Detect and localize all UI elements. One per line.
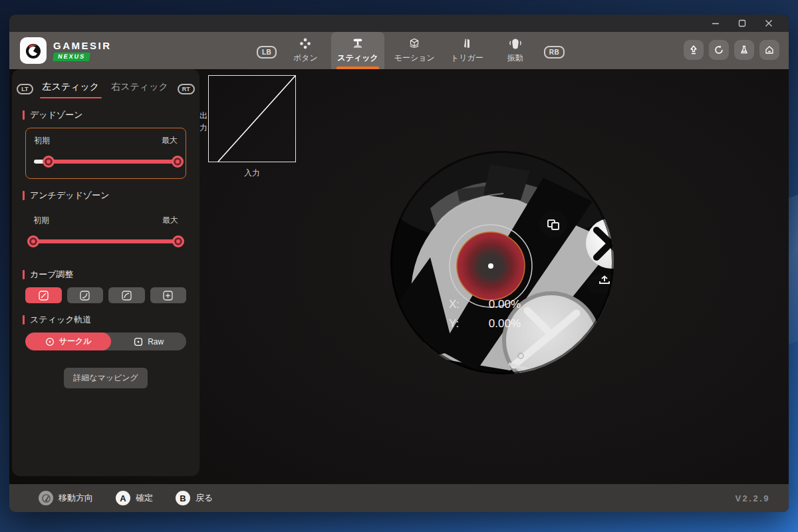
minimize-button[interactable] bbox=[702, 15, 729, 32]
raw-mode-icon bbox=[134, 337, 143, 346]
graph-y-axis-label: 出力 bbox=[199, 110, 208, 134]
trigger-icon bbox=[459, 37, 475, 50]
stick-settings-panel: LT 左スティック 右スティック RT デッドゾーン 初期 最大 bbox=[12, 69, 200, 476]
y-axis-value: 0.00% bbox=[489, 317, 521, 331]
gamesir-logo-icon bbox=[20, 37, 47, 64]
tab-stick-label: スティック bbox=[337, 53, 378, 64]
buttons-icon bbox=[297, 37, 313, 50]
tab-motion[interactable]: モーション bbox=[388, 32, 441, 69]
rb-bumper-badge: RB bbox=[544, 46, 565, 59]
section-marker bbox=[23, 110, 25, 120]
anti-deadzone-min-handle[interactable] bbox=[27, 235, 39, 247]
section-marker bbox=[23, 315, 25, 325]
anti-deadzone-slider[interactable] bbox=[33, 235, 178, 247]
hint-move-direction: 移動方向 bbox=[39, 491, 93, 505]
stick-visualization bbox=[390, 151, 614, 374]
tab-vibration[interactable]: 振動 bbox=[493, 32, 537, 69]
tab-trigger[interactable]: トリガー bbox=[445, 32, 489, 69]
anti-deadzone-section-title: アンチデッドゾーン bbox=[23, 190, 189, 201]
brand-name: GAMESIR bbox=[53, 40, 112, 51]
b-button-icon: B bbox=[176, 491, 190, 505]
curve-ease-out-button[interactable] bbox=[108, 287, 145, 303]
stick-icon bbox=[350, 37, 366, 50]
x-axis-label: X: bbox=[449, 298, 460, 311]
y-axis-readout: Y: 0.00% bbox=[449, 317, 521, 331]
brand-sub-badge: NEXUS bbox=[53, 53, 90, 61]
trajectory-section-title: スティック軌道 bbox=[23, 314, 189, 326]
curve-section-title: カーブ調整 bbox=[23, 269, 189, 281]
x-axis-readout: X: 0.00% bbox=[449, 298, 521, 311]
close-button[interactable] bbox=[755, 15, 782, 32]
stick-position-readout: X: 0.00% Y: 0.00% bbox=[449, 298, 521, 336]
stick-hint-icon bbox=[39, 491, 53, 505]
brand: GAMESIR NEXUS bbox=[9, 32, 189, 69]
motion-icon bbox=[406, 37, 422, 50]
anti-deadzone-max-label: 最大 bbox=[162, 215, 178, 226]
hint-confirm: A 確定 bbox=[116, 491, 153, 505]
trajectory-raw-option[interactable]: Raw bbox=[111, 332, 186, 350]
firmware-update-button[interactable] bbox=[684, 40, 704, 60]
main-content: LT 左スティック 右スティック RT デッドゾーン 初期 最大 bbox=[9, 69, 789, 484]
anti-deadzone-max-handle[interactable] bbox=[172, 235, 184, 247]
tab-right-stick[interactable]: 右スティック bbox=[108, 80, 171, 98]
deadzone-max-label: 最大 bbox=[162, 135, 178, 146]
tab-buttons[interactable]: ボタン bbox=[283, 32, 327, 69]
curve-linear-button[interactable] bbox=[25, 287, 62, 303]
section-marker bbox=[23, 191, 25, 200]
trajectory-toggle: サークル Raw bbox=[25, 332, 186, 350]
tab-vibration-label: 振動 bbox=[507, 53, 523, 64]
ease-in-curve-icon bbox=[80, 291, 90, 301]
tab-stick[interactable]: スティック bbox=[331, 32, 384, 69]
controller-zoom-view bbox=[390, 151, 614, 374]
reset-button[interactable] bbox=[709, 40, 729, 60]
tab-left-stick[interactable]: 左スティック bbox=[40, 80, 102, 98]
tab-buttons-label: ボタン bbox=[293, 53, 318, 64]
tab-motion-label: モーション bbox=[394, 53, 435, 64]
footer-hint-bar: 移動方向 A 確定 B 戻る V2.2.9 bbox=[9, 484, 789, 512]
response-curve-graph: 出力 入力 bbox=[208, 75, 296, 179]
anti-deadzone-min-label: 初期 bbox=[33, 215, 49, 226]
deadzone-box: 初期 最大 bbox=[25, 128, 186, 179]
deadzone-max-handle[interactable] bbox=[172, 156, 184, 168]
stick-selector-tabs: LT 左スティック 右スティック RT bbox=[21, 80, 190, 98]
maximize-button[interactable] bbox=[729, 15, 755, 32]
flask-icon bbox=[739, 45, 749, 55]
advanced-mapping-button[interactable]: 詳細なマッピング bbox=[64, 368, 148, 388]
rt-trigger-badge: RT bbox=[178, 84, 195, 94]
home-icon bbox=[764, 45, 775, 55]
linear-curve-icon bbox=[39, 291, 49, 301]
circle-mode-icon bbox=[45, 337, 55, 346]
tab-trigger-label: トリガー bbox=[451, 53, 483, 64]
app-window: GAMESIR NEXUS LB ボタン スティック bbox=[9, 15, 789, 512]
minimize-icon bbox=[712, 19, 720, 27]
hint-back: B 戻る bbox=[176, 491, 213, 505]
curve-custom-button[interactable] bbox=[150, 287, 187, 303]
calibration-button[interactable] bbox=[734, 40, 754, 60]
close-icon bbox=[765, 19, 773, 27]
deadzone-slider[interactable] bbox=[34, 156, 178, 168]
y-axis-label: Y: bbox=[449, 317, 459, 331]
deadzone-slider-fill bbox=[49, 160, 178, 164]
header-actions bbox=[684, 40, 779, 60]
curve-options bbox=[25, 287, 186, 303]
brand-text: GAMESIR NEXUS bbox=[53, 40, 112, 61]
titlebar bbox=[9, 15, 789, 32]
anti-deadzone-slider-fill bbox=[33, 239, 178, 243]
deadzone-min-handle[interactable] bbox=[43, 156, 55, 168]
maximize-icon bbox=[738, 19, 746, 27]
graph-x-axis-label: 入力 bbox=[208, 168, 296, 179]
upload-arrow-icon bbox=[688, 45, 699, 55]
lb-bumper-badge: LB bbox=[257, 46, 277, 59]
ease-out-curve-icon bbox=[122, 291, 132, 301]
app-version: V2.2.9 bbox=[735, 493, 770, 503]
section-marker bbox=[23, 270, 25, 279]
curve-plot bbox=[208, 75, 296, 162]
trajectory-circle-option[interactable]: サークル bbox=[25, 332, 111, 350]
custom-curve-icon bbox=[163, 291, 173, 301]
reset-icon bbox=[714, 45, 724, 55]
home-button[interactable] bbox=[759, 40, 779, 60]
deadzone-min-label: 初期 bbox=[34, 135, 50, 146]
vibration-icon bbox=[507, 37, 524, 50]
curve-ease-in-button[interactable] bbox=[67, 287, 104, 303]
main-nav: LB ボタン スティック bbox=[254, 32, 567, 69]
